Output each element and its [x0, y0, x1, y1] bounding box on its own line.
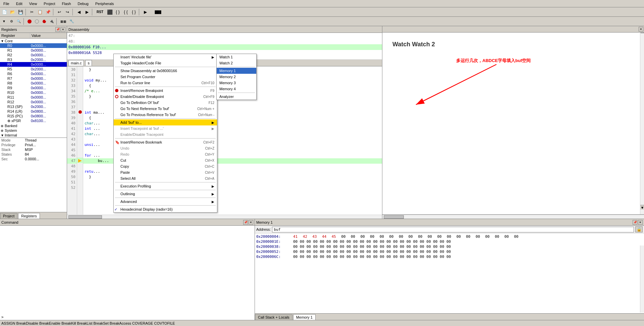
submenu-watch1[interactable]: Watch 1: [217, 54, 256, 60]
internal-group[interactable]: ▼ Internal: [0, 133, 67, 138]
register-row-xpsr[interactable]: ⊕ xPSR 0x8100...: [0, 118, 67, 123]
menu-peripherals[interactable]: Peripherals: [93, 1, 116, 6]
save-button[interactable]: 💾: [17, 8, 24, 16]
memory-address-input[interactable]: [272, 227, 634, 232]
forward-button[interactable]: ▶: [83, 8, 91, 16]
debug-bp-btn[interactable]: [41, 18, 48, 25]
file-tab-s[interactable]: s: [85, 60, 92, 66]
register-row-r1[interactable]: R1 0x0000...: [0, 48, 67, 53]
register-row-r3[interactable]: R3 0x2000...: [0, 57, 67, 62]
register-row-r8[interactable]: R8 0x0000...: [0, 81, 67, 86]
ctx-goto-def[interactable]: Go To Definition Of 'buf' F12: [114, 100, 217, 106]
new-file-button[interactable]: 📄: [1, 8, 8, 16]
debug-btn-3[interactable]: 🔍: [15, 18, 22, 25]
tab-project[interactable]: Project: [0, 213, 17, 219]
register-row-r12[interactable]: R12 0x0000...: [0, 100, 67, 104]
mem-tab-callstack[interactable]: Call Stack + Locals: [255, 314, 292, 320]
ctx-enable-tracepoint[interactable]: Enable/Disable Tracepoint: [114, 131, 217, 138]
ctx-run-cursor[interactable]: Run to Cursor line Ctrl+F10: [114, 80, 217, 86]
submenu-memory1[interactable]: Memory 1: [217, 68, 256, 74]
command-close-button[interactable]: ✕: [249, 220, 253, 225]
register-row-r7[interactable]: R7 0x0000...: [0, 76, 67, 81]
submenu-memory4[interactable]: Memory 4: [217, 86, 256, 92]
ctx-redo[interactable]: Redo Ctrl+Y: [114, 151, 217, 157]
ctx-outlining[interactable]: Outlining ▶: [114, 191, 217, 197]
stepout-button[interactable]: { }: [130, 8, 138, 16]
ctx-undo[interactable]: Undo Ctrl+Z: [114, 145, 217, 151]
code-hscrollbar[interactable]: [67, 215, 382, 219]
right-bottom-scrollbar[interactable]: [382, 215, 644, 219]
step-button[interactable]: ⬛: [106, 8, 113, 16]
back-button[interactable]: ◀: [75, 8, 83, 16]
mem-tab-memory1[interactable]: Memory 1: [293, 314, 316, 320]
submenu-watch2[interactable]: Watch 2: [217, 60, 256, 66]
command-pin-button[interactable]: 📌: [243, 220, 248, 225]
submenu-memory3[interactable]: Memory 3: [217, 80, 256, 86]
ctx-hex-display[interactable]: ✓ Hexadecimal Display (radix=16): [114, 206, 217, 212]
ctx-enable-bp[interactable]: Enable/Disable Breakpoint Ctrl+F9: [114, 94, 217, 100]
ctx-exec-profiling[interactable]: Execution Profiling ▶: [114, 183, 217, 189]
menu-file[interactable]: File: [1, 1, 11, 6]
debug-target-btn[interactable]: [26, 18, 33, 25]
watch-button[interactable]: ███: [150, 8, 166, 16]
register-row-r4[interactable]: R4 0x0000...: [0, 62, 67, 67]
stepin-button[interactable]: { {: [122, 8, 129, 16]
menu-flash[interactable]: Flash: [60, 1, 73, 6]
debug-connect-btn[interactable]: 🔌: [48, 18, 55, 25]
memory-vscrollbar[interactable]: [640, 246, 644, 313]
register-row-r0[interactable]: R0 0x0000...: [0, 43, 67, 48]
ctx-add-buf[interactable]: Add 'buf' to... ▶: [114, 119, 217, 125]
menu-edit[interactable]: Edit: [14, 1, 24, 6]
register-row-r10[interactable]: R10 0x0000...: [0, 90, 67, 95]
run-button[interactable]: ▶: [142, 8, 149, 16]
ctx-insert-include[interactable]: Insert '#include file' ▶: [114, 54, 217, 60]
tab-registers[interactable]: Registers: [18, 213, 40, 219]
register-row-r14[interactable]: R14 (LR) 0x0800...: [0, 109, 67, 114]
debug-btn-1[interactable]: ▼: [1, 18, 7, 25]
core-group[interactable]: ▼ Core: [0, 39, 67, 43]
register-row-r5[interactable]: R5 0x2000...: [0, 67, 67, 71]
ctx-insert-tracepoint[interactable]: Insert Tracepoint at 'buf ...' ▶: [114, 125, 217, 131]
register-row-r11[interactable]: R11 0x0000...: [0, 95, 67, 100]
scroll-arrow-down[interactable]: ▼: [640, 205, 644, 210]
build-button[interactable]: RST: [95, 8, 105, 16]
register-row-r9[interactable]: R9 0x0000...: [0, 86, 67, 90]
registers-close-button[interactable]: ✕: [61, 27, 65, 32]
right-hscroll-thumb[interactable]: [384, 215, 404, 219]
register-row-r15[interactable]: R15 (PC) 0x0800...: [0, 114, 67, 118]
memory-pin-button[interactable]: 📌: [633, 220, 637, 225]
submenu-memory2[interactable]: Memory 2: [217, 74, 256, 80]
register-row-r6[interactable]: R6 0x0000...: [0, 71, 67, 76]
menu-project[interactable]: Project: [42, 1, 57, 6]
ctx-advanced[interactable]: Advanced ▶: [114, 199, 217, 205]
memory-close-button[interactable]: ✕: [638, 220, 643, 225]
ctx-goto-next[interactable]: Go To Next Reference To 'buf' Ctrl+Num +: [114, 106, 217, 112]
stepover-button[interactable]: { }: [114, 8, 121, 16]
paste-button[interactable]: 📌: [44, 8, 52, 16]
registers-pin-button[interactable]: 📌: [55, 27, 60, 32]
register-row-r2[interactable]: R2 0x0000...: [0, 53, 67, 57]
system-group[interactable]: ⊕ System: [0, 128, 67, 133]
menu-view[interactable]: View: [27, 1, 39, 6]
ctx-insert-bp[interactable]: Insert/Remove Breakpoint F9: [114, 88, 217, 94]
submenu-analyzer[interactable]: Analyzer: [217, 94, 256, 100]
ctx-toggle-header[interactable]: Toggle Header/Code File: [114, 60, 217, 66]
menu-debug[interactable]: Debug: [76, 1, 91, 6]
ctx-set-pc[interactable]: Set Program Counter: [114, 74, 217, 80]
watch-close-button[interactable]: ✕: [639, 27, 643, 32]
cut-button[interactable]: ✂: [28, 8, 36, 16]
debug-stop-btn[interactable]: [34, 18, 40, 25]
debug-btn-2[interactable]: ⚙: [8, 18, 15, 25]
right-vscrollbar[interactable]: ▼: [640, 26, 644, 214]
file-tab-main[interactable]: main.c: [68, 60, 84, 66]
memory-lock-button[interactable]: 🔒: [635, 226, 643, 232]
register-row-r13[interactable]: R13 (SP) 0x2000...: [0, 104, 67, 109]
hscroll-thumb[interactable]: [68, 215, 102, 219]
redo-button[interactable]: ↪: [64, 8, 71, 16]
banked-group[interactable]: ⊕ Banked: [0, 123, 67, 128]
ctx-insert-bookmark[interactable]: 🔖 Insert/Remove Bookmark Ctrl+F2: [114, 139, 217, 145]
ctx-copy[interactable]: Copy Ctrl+C: [114, 163, 217, 169]
debug-mem-btn[interactable]: ▦▦: [59, 18, 68, 25]
ctx-show-disasm[interactable]: Show Disassembly at 0x08000166: [114, 68, 217, 74]
open-file-button[interactable]: 📂: [9, 8, 16, 16]
